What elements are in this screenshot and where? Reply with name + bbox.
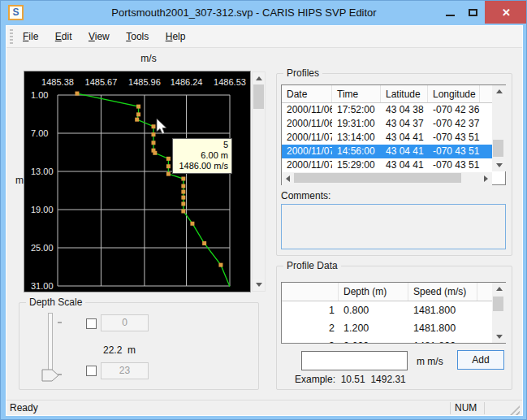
column-header-latitude[interactable]: Latitude — [381, 85, 428, 102]
cell-longitude: -070 43 51 — [428, 158, 480, 172]
column-header-time[interactable]: Time — [332, 85, 381, 102]
min-depth-checkbox[interactable] — [86, 318, 97, 329]
scrollbar-track[interactable] — [294, 172, 480, 185]
profile-row[interactable]: 2000/11/07 15:29:00 43 04 41 -070 43 51 — [282, 158, 505, 172]
depth-slider-thumb[interactable] — [41, 369, 59, 382]
profile-row[interactable]: 2000/11/07 13:14:00 43 04 41 -070 43 51 — [282, 131, 505, 145]
cell-speed: 1481.800 — [408, 319, 477, 337]
depth-range-value: 22.2 m — [87, 344, 152, 356]
column-header-longitude[interactable]: Longitude — [428, 85, 480, 102]
scroll-down-button[interactable] — [492, 331, 506, 343]
cell-time: 19:31:00 — [332, 117, 381, 131]
column-header-speed[interactable]: Speed (m/s) — [408, 283, 477, 301]
scrollbar-track[interactable] — [492, 97, 506, 159]
svg-text:1485.67: 1485.67 — [85, 77, 118, 87]
profile-row-selected[interactable]: 2000/11/07 14:56:00 43 04 41 -070 43 51 — [282, 145, 505, 158]
cell-date: 2000/11/07 — [282, 158, 332, 172]
profile-chart[interactable]: 1485.381485.671485.961486.241486.531.007… — [24, 71, 251, 292]
toolbar-gripper[interactable] — [10, 29, 13, 45]
column-header-depth[interactable]: Depth (m) — [339, 283, 408, 301]
menu-tools[interactable]: Tools — [119, 26, 155, 47]
cell-longitude: -070 43 51 — [428, 131, 480, 145]
mouse-cursor-icon — [156, 118, 167, 135]
profile-data-row[interactable]: 1 0.800 1481.800 — [282, 301, 505, 319]
cell-index: 3 — [282, 337, 339, 344]
scroll-up-button[interactable] — [492, 283, 506, 295]
new-point-input[interactable] — [301, 351, 408, 370]
status-separator — [450, 402, 451, 414]
profile-row[interactable]: 2000/11/06 19:31:00 43 04 37 -070 42 37 — [282, 117, 505, 131]
status-message: Ready — [10, 402, 38, 414]
cell-depth: 2.600 — [339, 337, 408, 344]
minimize-button[interactable] — [439, 1, 460, 24]
scroll-right-button[interactable] — [480, 172, 492, 185]
window-title: Portsmouth2001_307-312.svp - CARIS HIPS … — [50, 1, 438, 24]
cell-time: 15:29:00 — [332, 158, 381, 172]
comments-textarea[interactable] — [281, 204, 506, 249]
profile-data-row[interactable]: 3 2.600 1481.800 — [282, 337, 505, 344]
cell-index: 2 — [282, 319, 339, 337]
close-icon: ✕ — [502, 7, 511, 18]
scroll-down-button[interactable] — [253, 279, 265, 291]
menu-help[interactable]: Help — [159, 26, 192, 47]
scroll-up-button[interactable] — [492, 85, 506, 97]
profile-data-row[interactable]: 2 1.200 1481.800 — [282, 319, 505, 337]
maximize-icon — [469, 9, 477, 16]
cell-latitude: 43 04 37 — [381, 117, 428, 131]
status-bar: Ready NUM — [6, 400, 522, 415]
min-depth-field: 0 — [101, 314, 149, 331]
cell-time: 17:52:00 — [332, 103, 381, 117]
scrollbar-track[interactable] — [253, 84, 265, 279]
cell-longitude: -070 43 51 — [428, 145, 480, 158]
profile-row[interactable]: 2000/11/06 17:52:00 43 04 38 -070 42 36 — [282, 103, 505, 117]
menu-bar: File Edit View Tools Help — [6, 26, 522, 48]
scrollbar-track[interactable] — [492, 295, 506, 331]
cell-depth: 1.200 — [339, 319, 408, 337]
resize-grip[interactable] — [510, 405, 520, 415]
chart-vertical-scrollbar — [252, 71, 266, 292]
arrow-up-icon — [496, 287, 503, 291]
arrow-down-icon — [496, 163, 503, 167]
column-header-date[interactable]: Date — [282, 85, 332, 102]
client-area: File Edit View Tools Help m/s m 1485.381… — [6, 25, 523, 416]
profile-data-vertical-scrollbar — [492, 283, 506, 343]
maximize-button[interactable] — [462, 1, 483, 24]
max-depth-checkbox[interactable] — [86, 366, 97, 376]
chart-plot: 1485.381485.671485.961486.241486.531.007… — [24, 71, 250, 292]
cell-date: 2000/11/07 — [282, 145, 332, 158]
app-icon[interactable]: S — [8, 5, 24, 20]
scrollbar-thumb[interactable] — [493, 297, 503, 311]
example-label: Example: 10.51 1492.31 — [295, 374, 406, 385]
menu-file[interactable]: File — [16, 26, 45, 47]
close-button[interactable]: ✕ — [485, 1, 527, 24]
arrow-right-icon — [484, 175, 488, 182]
arrow-up-icon — [496, 89, 503, 93]
svg-text:31.00: 31.00 — [31, 281, 54, 291]
scroll-up-button[interactable] — [253, 72, 265, 84]
cell-depth: 0.800 — [339, 301, 408, 319]
arrow-down-icon — [496, 335, 503, 339]
max-depth-field: 23 — [101, 362, 149, 379]
menu-view[interactable]: View — [82, 26, 116, 47]
chart-x-axis-unit: m/s — [124, 53, 173, 64]
scrollbar-thumb[interactable] — [253, 84, 264, 109]
app-window: S Portsmouth2001_307-312.svp - CARIS HIP… — [0, 0, 527, 420]
tooltip-point-index: 5 — [173, 140, 228, 150]
column-header-index[interactable] — [282, 283, 339, 301]
svg-text:7.00: 7.00 — [31, 128, 48, 138]
scrollbar-thumb[interactable] — [493, 140, 503, 157]
svg-text:1485.38: 1485.38 — [41, 77, 74, 87]
cell-latitude: 43 04 41 — [381, 145, 428, 158]
slider-tick-top — [58, 322, 62, 323]
add-button[interactable]: Add — [457, 350, 504, 370]
cell-time: 14:56:00 — [332, 145, 381, 158]
scroll-down-button[interactable] — [492, 159, 506, 171]
cell-time: 13:14:00 — [332, 131, 381, 145]
scroll-left-button[interactable] — [282, 172, 294, 185]
new-point-unit-label: m m/s — [417, 356, 443, 367]
scrollbar-thumb[interactable] — [294, 173, 461, 183]
menu-edit[interactable]: Edit — [49, 26, 79, 47]
tooltip-speed: 1486.00 m/s — [173, 161, 228, 171]
minimize-icon — [446, 15, 455, 16]
depth-scale-label: Depth Scale — [26, 297, 85, 308]
